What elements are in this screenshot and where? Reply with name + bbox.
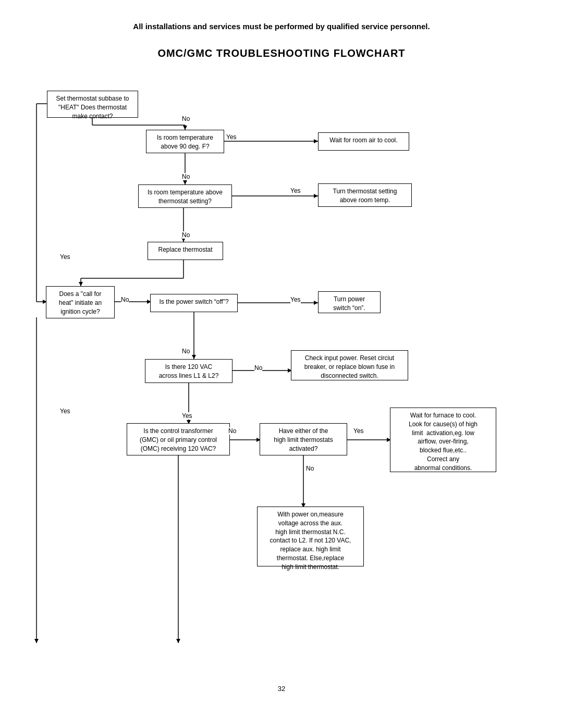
box-measure-voltage: With power on,measurevoltage across the …: [257, 507, 364, 566]
label-no4: No: [121, 296, 129, 303]
label-yes-left2: Yes: [60, 408, 70, 415]
chart-title: OMC/GMC TROUBLESHOOTING FLOWCHART: [31, 47, 532, 59]
box-120vac: Is there 120 VACacross lines L1 & L2?: [145, 359, 232, 383]
label-yes-left1: Yes: [60, 253, 70, 261]
label-no8: No: [306, 465, 314, 472]
label-no5: No: [182, 348, 190, 355]
box-replace-thermostat: Replace thermostat: [148, 242, 223, 260]
label-no1: No: [182, 115, 190, 122]
svg-marker-38: [34, 639, 39, 643]
warning-text: All installations and services must be p…: [31, 21, 532, 32]
box-room-temp-90: Is room temperatureabove 90 deg. F?: [146, 130, 224, 153]
label-no6: No: [254, 364, 262, 372]
label-yes1: Yes: [226, 133, 237, 141]
svg-marker-5: [183, 180, 187, 184]
label-yes3: Yes: [290, 296, 301, 303]
label-no3: No: [182, 231, 190, 239]
box-turn-power-on: Turn powerswitch “on”.: [318, 291, 381, 313]
flowchart: Set thermostat subbase to "HEAT" Does th…: [31, 75, 532, 674]
svg-marker-19: [79, 282, 83, 286]
svg-marker-11: [314, 194, 318, 198]
box-turn-thermostat: Turn thermostat settingabove room temp.: [318, 183, 412, 207]
svg-marker-7: [314, 139, 318, 143]
box-wait-furnace-cool: Wait for furnace to cool.Look for cause(…: [390, 408, 496, 472]
svg-marker-23: [314, 301, 318, 305]
box-thermostat-contact: Set thermostat subbase to "HEAT" Does th…: [47, 91, 138, 118]
page-number: 32: [31, 685, 532, 693]
flowchart-arrows: [31, 75, 532, 674]
label-yes2: Yes: [290, 187, 301, 194]
svg-marker-25: [192, 355, 196, 359]
label-yes4: Yes: [182, 412, 192, 419]
box-room-above-thermostat: Is room temperature abovethermostat sett…: [138, 184, 232, 208]
label-no7: No: [228, 427, 236, 435]
svg-marker-40: [176, 639, 180, 643]
box-wait-cool: Wait for room air to cool.: [318, 132, 409, 151]
label-yes5: Yes: [353, 427, 364, 435]
box-power-switch-off: Is the power switch “off”?: [150, 294, 238, 312]
svg-marker-3: [183, 126, 187, 130]
box-control-transformer: Is the control transformer(GMC) or oil p…: [127, 423, 230, 455]
box-check-input-power: Check input power. Reset circiutbreaker,…: [291, 350, 408, 380]
box-call-for-heat: Does a "call forheat" initiate anignitio…: [46, 286, 115, 318]
box-high-limit-thermostats: Have either of thehigh limit thermostats…: [260, 423, 347, 455]
label-no2: No: [182, 173, 190, 180]
